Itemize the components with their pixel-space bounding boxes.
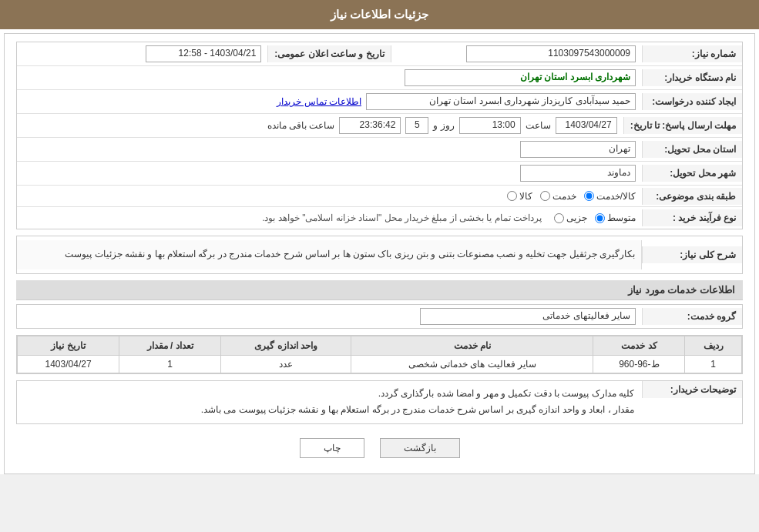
deadline-date: 1403/04/27 — [556, 117, 617, 134]
services-table-container: ردیف کد خدمت نام خدمت واحد اندازه گیری ت… — [16, 335, 743, 374]
print-button[interactable]: چاپ — [300, 438, 364, 458]
buyer-notes-line2: مقدار ، ابعاد و واحد اندازه گیری بر اساس… — [25, 402, 634, 419]
col-unit: واحد اندازه گیری — [221, 336, 351, 355]
buyer-org-value: شهرداری ابسرد استان تهران — [405, 69, 636, 86]
creator-value: حمید سیدآبادی کاریزداز شهرداری ابسرد است… — [366, 93, 636, 110]
deadline-row: مهلت ارسال پاسخ: تا تاریخ: 1403/04/27 سا… — [17, 114, 742, 138]
page-header: جزئیات اطلاعات نیاز — [0, 0, 759, 29]
creator-label: ایجاد کننده درخواست: — [642, 93, 742, 110]
city-value: دماوند — [520, 165, 636, 182]
buyer-notes-line1: کلیه مدارک پیوست با دقت تکمیل و مهر و ام… — [25, 386, 634, 403]
reference-number-value: 1103097543000009 — [466, 45, 636, 62]
buyer-notes-label: توضیحات خریدار: — [642, 381, 742, 398]
category-kala-khadamat-label: کالا/خدمت — [596, 191, 636, 202]
category-kala-item: کالا — [507, 191, 532, 202]
description-section: شرح کلی نیاز: بکارگیری جرثقیل جهت تخلیه … — [16, 236, 743, 274]
page-title: جزئیات اطلاعات نیاز — [331, 8, 428, 21]
category-khadamat-label: خدمت — [552, 191, 576, 202]
contact-link[interactable]: اطلاعات تماس خریدار — [277, 96, 361, 107]
province-value-cell: تهران — [17, 138, 642, 161]
process-motevaset-radio[interactable] — [595, 213, 605, 223]
city-row: شهر محل تحویل: دماوند — [17, 162, 742, 186]
deadline-days-label: روز و — [433, 120, 454, 131]
process-jozi-radio[interactable] — [554, 213, 564, 223]
buyer-name-row: نام دستگاه خریدار: شهرداری ابسرد استان ت… — [17, 66, 742, 90]
category-kala-khadamat-radio[interactable] — [584, 191, 594, 201]
province-row: استان محل تحویل: تهران — [17, 138, 742, 162]
date-value-cell: 1403/04/21 - 12:58 — [17, 42, 267, 65]
category-label: طبقه بندی موضوعی: — [642, 188, 742, 205]
buttons-row: بازگشت چاپ — [16, 430, 743, 466]
process-jozi-item: جزیی — [554, 212, 587, 223]
back-button[interactable]: بازگشت — [380, 438, 460, 458]
cell-date: 1403/04/27 — [18, 355, 119, 373]
deadline-time-label: ساعت — [526, 120, 551, 131]
creator-row: ایجاد کننده درخواست: حمید سیدآبادی کاریز… — [17, 90, 742, 114]
deadline-remaining: 23:36:42 — [339, 117, 401, 134]
province-label: استان محل تحویل: — [642, 141, 742, 158]
process-value-cell: جزیی متوسط پرداخت تمام یا بخشی از مبلغ خ… — [17, 209, 642, 226]
main-content: شماره نیاز: 1103097543000009 تاریخ و ساع… — [4, 33, 755, 474]
services-section-title: اطلاعات خدمات مورد نیاز — [16, 280, 743, 300]
process-jozi-label: جزیی — [566, 212, 587, 223]
category-value-cell: کالا خدمت کالا/خدمت — [17, 188, 642, 205]
process-label: نوع فرآیند خرید : — [642, 209, 742, 226]
date-label: تاریخ و ساعت اعلان عمومی: — [267, 45, 391, 62]
deadline-remaining-label: ساعت باقی مانده — [267, 120, 335, 131]
deadline-time: 13:00 — [459, 117, 521, 134]
service-group-row: گروه خدمت: سایر فعالیتهای خدماتی — [17, 305, 742, 328]
category-khadamat-radio[interactable] — [540, 191, 550, 201]
services-table: ردیف کد خدمت نام خدمت واحد اندازه گیری ت… — [17, 336, 742, 373]
deadline-value-cell: 1403/04/27 ساعت 13:00 روز و 5 23:36:42 س… — [17, 114, 623, 137]
category-row: طبقه بندی موضوعی: کالا خدمت کالا/خدمت — [17, 186, 742, 207]
cell-service-code: ط-96-960 — [593, 355, 685, 373]
col-service-code: کد خدمت — [593, 336, 685, 355]
category-kala-khadamat-item: کالا/خدمت — [584, 191, 636, 202]
col-quantity: تعداد / مقدار — [119, 336, 221, 355]
cell-row-num: 1 — [685, 355, 742, 373]
category-kala-label: کالا — [519, 191, 532, 202]
deadline-days: 5 — [405, 117, 428, 134]
description-label: شرح کلی نیاز: — [642, 246, 742, 263]
province-value: تهران — [520, 141, 636, 158]
deadline-label: مهلت ارسال پاسخ: تا تاریخ: — [623, 117, 742, 134]
category-kala-radio[interactable] — [507, 191, 517, 201]
buyer-notes-row: توضیحات خریدار: کلیه مدارک پیوست با دقت … — [17, 381, 742, 423]
reference-number-value-cell: 1103097543000009 — [391, 42, 642, 65]
reference-number-label: شماره نیاز: — [642, 45, 742, 62]
buyer-name-label: نام دستگاه خریدار: — [642, 69, 742, 86]
category-khadamat-item: خدمت — [540, 191, 576, 202]
cell-quantity: 1 — [119, 355, 221, 373]
table-row: 1 ط-96-960 سایر فعالیت های خدماتی شخصی ع… — [18, 355, 742, 373]
category-radio-group: کالا خدمت کالا/خدمت — [507, 191, 636, 202]
service-group-value: سایر فعالیتهای خدماتی — [420, 308, 636, 325]
service-group-section: گروه خدمت: سایر فعالیتهای خدماتی — [16, 304, 743, 329]
reference-date-row: شماره نیاز: 1103097543000009 تاریخ و ساع… — [17, 42, 742, 66]
basic-info-section: شماره نیاز: 1103097543000009 تاریخ و ساع… — [16, 42, 743, 229]
col-row-num: ردیف — [685, 336, 742, 355]
process-radio-group: جزیی متوسط — [554, 212, 636, 223]
cell-service-name: سایر فعالیت های خدماتی شخصی — [351, 355, 593, 373]
col-date: تاریخ نیاز — [18, 336, 119, 355]
city-value-cell: دماوند — [17, 162, 642, 185]
date-value: 1403/04/21 - 12:58 — [146, 45, 261, 62]
process-motevaset-label: متوسط — [607, 212, 636, 223]
description-text: بکارگیری جرثقیل جهت تخلیه و نصب مصنوعات … — [17, 240, 642, 269]
service-group-label: گروه خدمت: — [642, 308, 742, 325]
process-row: نوع فرآیند خرید : جزیی متوسط پرداخت تمام… — [17, 207, 742, 229]
cell-unit: عدد — [221, 355, 351, 373]
table-header-row: ردیف کد خدمت نام خدمت واحد اندازه گیری ت… — [18, 336, 742, 355]
buyer-notes-content: کلیه مدارک پیوست با دقت تکمیل و مهر و ام… — [17, 381, 642, 423]
buyer-notes-section: توضیحات خریدار: کلیه مدارک پیوست با دقت … — [16, 380, 743, 424]
city-label: شهر محل تحویل: — [642, 165, 742, 182]
process-description: پرداخت تمام یا بخشی از مبلغ خریدار محل "… — [262, 212, 542, 223]
service-group-value-cell: سایر فعالیتهای خدماتی — [17, 305, 642, 328]
creator-value-cell: حمید سیدآبادی کاریزداز شهرداری ابسرد است… — [17, 90, 642, 113]
col-service-name: نام خدمت — [351, 336, 593, 355]
page-container: جزئیات اطلاعات نیاز شماره نیاز: 11030975… — [0, 0, 759, 474]
buyer-name-value-cell: شهرداری ابسرد استان تهران — [17, 66, 642, 89]
process-motevaset-item: متوسط — [595, 212, 636, 223]
